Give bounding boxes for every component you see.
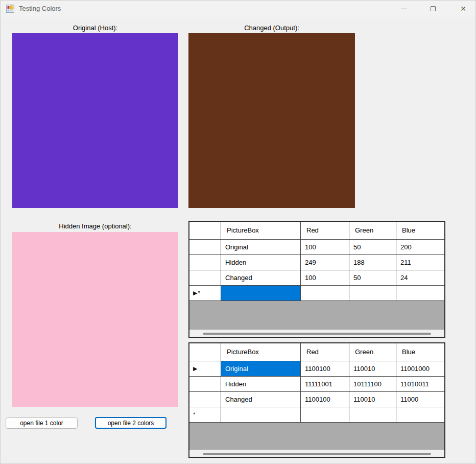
cell-green[interactable]: 10111100 [349,377,396,392]
open-file-2-colors-button[interactable]: open file 2 colors [95,417,166,429]
cell-blue[interactable]: 200 [396,240,444,255]
row-header[interactable] [189,270,221,286]
cell-green[interactable]: 50 [349,240,396,255]
cell-picturebox[interactable]: Hidden [221,377,301,392]
window-title: Testing Colors [19,1,61,17]
hidden-picturebox [12,232,178,407]
minimize-button[interactable] [392,1,415,17]
cell-blue[interactable]: 211 [396,255,444,270]
grid-background [189,423,444,450]
cell-red[interactable] [301,286,349,301]
cell-picturebox[interactable] [221,407,301,423]
column-header-blue[interactable]: Blue [396,343,444,361]
original-picturebox [12,33,178,208]
cell-blue[interactable] [396,286,444,301]
cell-blue[interactable]: 11001000 [396,361,444,377]
cell-picturebox-selected[interactable] [221,286,301,301]
cell-green[interactable]: 188 [349,255,396,270]
cell-picturebox[interactable]: Changed [221,270,301,286]
column-header-green[interactable]: Green [349,222,396,240]
row-header[interactable] [189,392,221,407]
binary-values-grid: PictureBox Red Green Blue ▶ Original 110… [188,342,445,458]
grid-header-row: PictureBox Red Green Blue [189,222,444,240]
cell-green[interactable] [349,286,396,301]
changed-picturebox [188,33,355,208]
grid-corner-cell[interactable] [189,222,221,240]
cell-red[interactable]: 1100100 [301,392,349,407]
minimize-icon [401,9,407,9]
cell-blue[interactable] [396,407,444,423]
cell-green[interactable]: 50 [349,270,396,286]
close-icon: ✕ [460,5,466,12]
column-header-blue[interactable]: Blue [396,222,444,240]
maximize-icon [431,6,436,11]
new-row-header[interactable]: * [189,407,221,423]
row-header-current[interactable]: ▶ [189,361,221,377]
cell-blue[interactable]: 24 [396,270,444,286]
cell-red[interactable]: 100 [301,240,349,255]
grid-corner-cell[interactable] [189,343,221,361]
new-row-header[interactable]: ▶* [189,286,221,301]
grid-background [189,301,444,330]
column-header-picturebox[interactable]: PictureBox [221,343,301,361]
grid-header-row: PictureBox Red Green Blue [189,343,444,361]
cell-red[interactable]: 11111001 [301,377,349,392]
cell-blue[interactable]: 11010011 [396,377,444,392]
open-file-1-color-button[interactable]: open file 1 color [6,417,78,429]
maximize-button[interactable] [421,1,445,17]
table-row: Changed 100 50 24 [189,270,444,286]
cell-picturebox-selected[interactable]: Original [221,361,301,377]
table-new-row: ▶* [189,286,444,301]
table-row: Changed 1100100 110010 11000 [189,392,444,407]
row-header[interactable] [189,255,221,270]
cell-blue[interactable]: 11000 [396,392,444,407]
table-row: Hidden 249 188 211 [189,255,444,270]
changed-label: Changed (Output): [188,24,355,32]
cell-red[interactable]: 1100100 [301,361,349,377]
cell-picturebox[interactable]: Hidden [221,255,301,270]
row-header[interactable] [189,377,221,392]
cell-picturebox[interactable]: Changed [221,392,301,407]
row-header[interactable] [189,240,221,255]
decimal-values-grid: PictureBox Red Green Blue Original 100 5… [188,221,445,338]
column-header-red[interactable]: Red [301,343,349,361]
hidden-label: Hidden Image (optional): [12,222,178,230]
original-label: Original (Host): [12,24,178,32]
cell-green[interactable] [349,407,396,423]
scrollbar-thumb[interactable] [203,333,431,335]
close-button[interactable]: ✕ [451,1,475,17]
cell-green[interactable]: 110010 [349,392,396,407]
scrollbar-thumb[interactable] [203,453,431,455]
cell-red[interactable]: 100 [301,270,349,286]
cell-picturebox[interactable]: Original [221,240,301,255]
titlebar: Testing Colors ✕ [1,1,475,17]
column-header-picturebox[interactable]: PictureBox [221,222,301,240]
table-new-row: * [189,407,444,423]
horizontal-scrollbar[interactable] [189,450,444,457]
column-header-red[interactable]: Red [301,222,349,240]
table-row: Hidden 11111001 10111100 11010011 [189,377,444,392]
table-row-current: ▶ Original 1100100 110010 11001000 [189,361,444,377]
cell-green[interactable]: 110010 [349,361,396,377]
app-window: Testing Colors ✕ Original (Host): Change… [0,0,476,464]
cell-red[interactable]: 249 [301,255,349,270]
column-header-green[interactable]: Green [349,343,396,361]
table-row: Original 100 50 200 [189,240,444,255]
horizontal-scrollbar[interactable] [189,330,444,337]
cell-red[interactable] [301,407,349,423]
app-icon [6,5,14,13]
